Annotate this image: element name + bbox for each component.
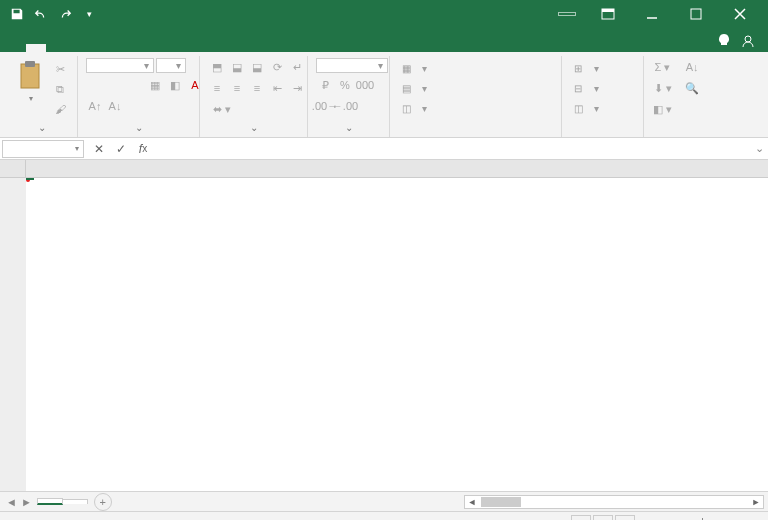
tab-help[interactable]: [186, 44, 206, 52]
share-button[interactable]: [742, 35, 758, 47]
signin-button[interactable]: [558, 12, 576, 16]
tab-developer[interactable]: [166, 44, 186, 52]
group-font: ▾ ▾ ▦ ◧ A A↑ A↓ ⌄: [78, 56, 200, 137]
close-icon[interactable]: [718, 0, 762, 28]
sort-filter-icon[interactable]: A↓: [683, 58, 701, 76]
cond-format-icon: ▦: [398, 60, 414, 76]
tab-file[interactable]: [6, 44, 26, 52]
svg-rect-5: [21, 64, 39, 88]
conditional-formatting-button[interactable]: ▦▾: [398, 60, 427, 76]
tell-me[interactable]: [718, 34, 734, 48]
save-icon[interactable]: [6, 3, 28, 25]
cancel-formula-icon[interactable]: ✕: [88, 139, 110, 159]
align-top-icon[interactable]: ⬒: [208, 58, 226, 76]
increase-font-icon[interactable]: A↑: [86, 97, 104, 115]
sheet-nav-next-icon[interactable]: ►: [21, 496, 32, 508]
cell-styles-button[interactable]: ◫▾: [398, 100, 427, 116]
number-format-select[interactable]: ▾: [316, 58, 388, 73]
group-styles: ▦▾ ▤▾ ◫▾: [390, 56, 562, 137]
tab-review[interactable]: [126, 44, 146, 52]
select-all-corner[interactable]: [0, 160, 26, 177]
scroll-left-icon[interactable]: ◄: [465, 497, 479, 507]
group-number: ▾ ₽ % 000 .00→ ←.00 ⌄: [308, 56, 390, 137]
insert-cells-button[interactable]: ⊞▾: [570, 60, 599, 76]
sheet-nav-prev-icon[interactable]: ◄: [6, 496, 17, 508]
sheet-tab-2[interactable]: [62, 499, 88, 504]
align-left-icon[interactable]: ≡: [208, 79, 226, 97]
scroll-thumb[interactable]: [481, 497, 521, 507]
accounting-format-icon[interactable]: ₽: [316, 76, 334, 94]
tab-insert[interactable]: [46, 44, 66, 52]
formula-bar: ▾ ✕ ✓ fx ⌄: [0, 138, 768, 160]
wrap-text-icon[interactable]: ↵: [288, 58, 306, 76]
horizontal-scrollbar[interactable]: ◄ ►: [464, 495, 764, 509]
page-break-view-icon[interactable]: [615, 515, 635, 520]
svg-point-4: [745, 36, 751, 42]
status-bar: − +: [0, 512, 768, 520]
tab-view[interactable]: [146, 44, 166, 52]
undo-icon[interactable]: [30, 3, 52, 25]
autosum-icon[interactable]: Σ ▾: [652, 58, 673, 76]
percent-format-icon[interactable]: %: [336, 76, 354, 94]
fill-icon[interactable]: ⬇ ▾: [652, 79, 673, 97]
svg-rect-6: [25, 61, 35, 67]
format-painter-icon[interactable]: 🖌: [51, 100, 69, 118]
expand-formula-bar-icon[interactable]: ⌄: [750, 142, 768, 155]
bold-button[interactable]: [86, 76, 104, 94]
enter-formula-icon[interactable]: ✓: [110, 139, 132, 159]
italic-button[interactable]: [106, 76, 124, 94]
redo-icon[interactable]: [54, 3, 76, 25]
find-select-icon[interactable]: 🔍: [683, 79, 701, 97]
copy-icon[interactable]: ⧉: [51, 80, 69, 98]
font-size-select[interactable]: ▾: [156, 58, 186, 73]
name-box[interactable]: ▾: [2, 140, 84, 158]
delete-cells-button[interactable]: ⊟▾: [570, 80, 599, 96]
decrease-decimal-icon[interactable]: ←.00: [336, 97, 354, 115]
align-middle-icon[interactable]: ⬓: [228, 58, 246, 76]
sheet-tab-1[interactable]: [37, 498, 63, 505]
svg-rect-3: [691, 9, 701, 19]
tab-page-layout[interactable]: [66, 44, 86, 52]
orientation-icon[interactable]: ⟳: [268, 58, 286, 76]
scroll-right-icon[interactable]: ►: [749, 497, 763, 507]
add-sheet-button[interactable]: +: [94, 493, 112, 511]
delete-icon: ⊟: [570, 80, 586, 96]
svg-rect-1: [602, 9, 614, 12]
comma-format-icon[interactable]: 000: [356, 76, 374, 94]
ribbon-display-icon[interactable]: [586, 0, 630, 28]
format-cells-button[interactable]: ◫▾: [570, 100, 599, 116]
insert-icon: ⊞: [570, 60, 586, 76]
ribbon: ▾ ✂ ⧉ 🖌 ⌄ ▾ ▾ ▦ ◧ A: [0, 52, 768, 138]
tab-data[interactable]: [106, 44, 126, 52]
fx-icon[interactable]: fx: [132, 139, 154, 159]
decrease-font-icon[interactable]: A↓: [106, 97, 124, 115]
page-layout-view-icon[interactable]: [593, 515, 613, 520]
paste-button[interactable]: ▾: [14, 58, 47, 103]
align-bottom-icon[interactable]: ⬓: [248, 58, 266, 76]
clear-icon[interactable]: ◧ ▾: [652, 100, 673, 118]
ribbon-tabs: [0, 28, 768, 52]
align-right-icon[interactable]: ≡: [248, 79, 266, 97]
merge-center-icon[interactable]: ⬌ ▾: [208, 100, 236, 118]
underline-button[interactable]: [126, 76, 144, 94]
normal-view-icon[interactable]: [571, 515, 591, 520]
lightbulb-icon: [718, 34, 730, 48]
format-as-table-button[interactable]: ▤▾: [398, 80, 427, 96]
format-icon: ◫: [570, 100, 586, 116]
tab-home[interactable]: [26, 44, 46, 52]
font-name-select[interactable]: ▾: [86, 58, 154, 73]
active-cell[interactable]: [26, 178, 34, 180]
tab-formulas[interactable]: [86, 44, 106, 52]
border-button[interactable]: ▦: [146, 76, 164, 94]
maximize-icon[interactable]: [674, 0, 718, 28]
fill-color-button[interactable]: ◧: [166, 76, 184, 94]
spreadsheet-grid[interactable]: [0, 160, 768, 492]
qat-customize-icon[interactable]: ▾: [78, 3, 100, 25]
increase-indent-icon[interactable]: ⇥: [288, 79, 306, 97]
formula-input[interactable]: [158, 140, 750, 158]
cut-icon[interactable]: ✂: [51, 60, 69, 78]
minimize-icon[interactable]: [630, 0, 674, 28]
group-alignment: ⬒ ⬓ ⬓ ⟳ ↵ ≡ ≡ ≡ ⇤ ⇥ ⬌ ▾ ⌄: [200, 56, 308, 137]
decrease-indent-icon[interactable]: ⇤: [268, 79, 286, 97]
align-center-icon[interactable]: ≡: [228, 79, 246, 97]
